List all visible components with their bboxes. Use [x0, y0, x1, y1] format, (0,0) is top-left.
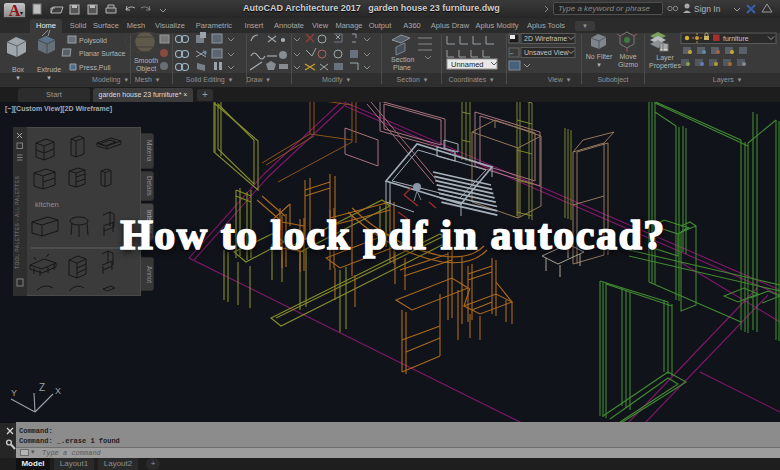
svg-text:kitchen: kitchen	[35, 200, 59, 209]
